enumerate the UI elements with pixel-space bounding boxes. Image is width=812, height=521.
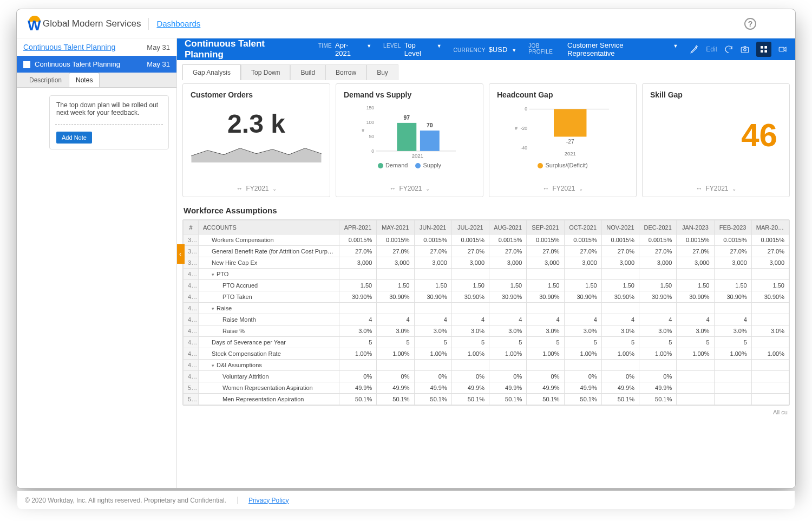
- svg-rect-0: [741, 47, 749, 53]
- refresh-icon[interactable]: [724, 44, 734, 54]
- note-box: The top down plan will be rolled out nex…: [49, 95, 169, 149]
- table-row[interactable]: 38General Benefit Rate (for Attrition Co…: [184, 246, 789, 257]
- table-row[interactable]: 39New Hire Cap Ex3,0003,0003,0003,0003,0…: [184, 257, 789, 269]
- pencil-icon[interactable]: [690, 44, 699, 54]
- truncated-label: All cu: [185, 409, 788, 415]
- svg-rect-6: [779, 47, 784, 51]
- note-text: The top down plan will be rolled out nex…: [56, 101, 162, 116]
- sidebar-title[interactable]: Continuous Talent Planning: [23, 43, 115, 51]
- top-bar: W Global Modern Services Dashboards ?: [17, 9, 795, 38]
- chevron-down-icon[interactable]: ⌄: [272, 186, 277, 192]
- svg-point-1: [744, 49, 746, 51]
- table-row[interactable]: 51Men Representation Aspiration50.1%50.1…: [184, 394, 789, 405]
- table-row[interactable]: 40▾PTO: [184, 269, 789, 280]
- svg-rect-3: [764, 46, 767, 49]
- svg-marker-7: [192, 148, 322, 162]
- svg-text:2021: 2021: [411, 153, 423, 159]
- table-row[interactable]: 49Voluntary Attrition0%0%0%0%0%0%0%0%0%: [184, 371, 789, 382]
- svg-rect-24: [553, 109, 586, 136]
- video-icon[interactable]: [778, 44, 788, 54]
- headcount-gap-chart: 0-20-40 # -27 2021: [509, 103, 617, 160]
- workday-logo-icon: W: [27, 16, 43, 32]
- checkbox-icon[interactable]: [23, 61, 30, 68]
- skill-gap-value: 46: [650, 116, 782, 154]
- swap-icon: ↔: [236, 185, 243, 192]
- help-icon[interactable]: ?: [744, 18, 756, 30]
- user-avatar[interactable]: [768, 15, 785, 32]
- card-demand-vs-supply: Demand vs Supply 150100500 # 97: [336, 83, 483, 197]
- svg-rect-14: [397, 123, 416, 151]
- demand-supply-chart: 150100500 # 97 70 2021: [356, 103, 464, 160]
- table-row[interactable]: 47Stock Compensation Rate1.00%1.00%1.00%…: [184, 348, 789, 360]
- divider: [148, 18, 149, 30]
- svg-text:0: 0: [371, 148, 374, 154]
- camera-icon[interactable]: [740, 44, 750, 54]
- subtab-build[interactable]: Build: [290, 64, 325, 80]
- svg-text:150: 150: [366, 105, 374, 110]
- svg-text:70: 70: [427, 122, 433, 128]
- sidebar: Continuous Talent Planning May 31 Contin…: [17, 38, 177, 488]
- sub-tabs: Gap AnalysisTop DownBuildBorrowBuy: [182, 64, 793, 80]
- sidebar-tabs: Description Notes: [17, 73, 176, 88]
- svg-rect-2: [761, 46, 763, 49]
- svg-text:-20: -20: [520, 126, 527, 131]
- edit-label[interactable]: Edit: [706, 45, 717, 53]
- selector-level[interactable]: LEVELTop Level▼: [383, 41, 442, 57]
- svg-text:-40: -40: [520, 145, 527, 151]
- sparkline: [191, 141, 322, 162]
- table-row[interactable]: 43▾Raise: [184, 303, 789, 314]
- table-row[interactable]: 44Raise Month44444444444: [184, 314, 789, 325]
- section-workforce-assumptions: Workforce Assumptions: [184, 206, 789, 215]
- sidebar-date: May 31: [147, 43, 170, 51]
- selector-currency[interactable]: CURRENCY$USD▼: [454, 45, 517, 54]
- table-row[interactable]: 41PTO Accrued1.501.501.501.501.501.501.5…: [184, 280, 789, 291]
- svg-text:50: 50: [369, 134, 374, 139]
- card-skill-gap: Skill Gap 46 ↔FY2021⌄: [642, 83, 790, 197]
- svg-rect-4: [761, 50, 763, 53]
- privacy-policy-link[interactable]: Privacy Policy: [237, 497, 289, 504]
- note-author-avatar: [24, 95, 44, 115]
- subtab-buy[interactable]: Buy: [366, 64, 398, 80]
- svg-text:97: 97: [403, 115, 410, 121]
- svg-text:#: #: [515, 126, 518, 131]
- table-row[interactable]: 50Women Representation Aspiration49.9%49…: [184, 382, 789, 394]
- collapse-sidebar-handle[interactable]: ‹: [177, 244, 185, 264]
- svg-text:2021: 2021: [564, 151, 575, 157]
- subtab-gap-analysis[interactable]: Gap Analysis: [182, 64, 241, 80]
- svg-text:100: 100: [366, 120, 374, 125]
- table-row[interactable]: 46Days of Severance per Year55555555555: [184, 337, 789, 348]
- selector-job profile[interactable]: JOB PROFILECustomer Service Representati…: [528, 41, 678, 57]
- context-bar: Continuous Talent Planning TIMEApr-2021▼…: [177, 38, 795, 60]
- table-row[interactable]: 45Raise %3.0%3.0%3.0%3.0%3.0%3.0%3.0%3.0…: [184, 325, 789, 337]
- breadcrumb-dashboards[interactable]: Dashboards: [156, 19, 200, 28]
- card-customer-orders: Customer Orders 2.3 k ↔FY2021⌄: [182, 83, 330, 197]
- table-row[interactable]: 37Workers Compensation0.0015%0.0015%0.00…: [184, 235, 789, 246]
- selector-time[interactable]: TIMEApr-2021▼: [318, 41, 371, 57]
- add-note-button[interactable]: Add Note: [56, 132, 92, 144]
- tenant-name: Global Modern Services: [43, 18, 141, 29]
- svg-text:-27: -27: [566, 139, 574, 145]
- subtab-top-down[interactable]: Top Down: [241, 64, 290, 80]
- svg-rect-16: [420, 131, 439, 151]
- svg-rect-5: [764, 50, 767, 53]
- tab-notes[interactable]: Notes: [69, 73, 100, 87]
- logo[interactable]: W: [27, 16, 43, 32]
- grid-view-button[interactable]: [756, 42, 771, 57]
- subtab-borrow[interactable]: Borrow: [325, 64, 366, 80]
- tab-description[interactable]: Description: [22, 73, 69, 87]
- customer-orders-value: 2.3 k: [191, 109, 322, 139]
- assumptions-table[interactable]: #ACCOUNTSAPR-2021MAY-2021JUN-2021JUL-202…: [182, 219, 790, 406]
- table-row[interactable]: 42PTO Taken30.90%30.90%30.90%30.90%30.90…: [184, 291, 789, 303]
- footer: © 2020 Workday, Inc. All rights reserved…: [17, 491, 795, 509]
- svg-text:0: 0: [525, 106, 527, 112]
- svg-text:#: #: [362, 128, 364, 133]
- table-row[interactable]: 48▾D&I Assumptions: [184, 360, 789, 371]
- sidebar-item-plan[interactable]: Continuous Talent Planning May 31: [17, 56, 176, 73]
- card-headcount-gap: Headcount Gap 0-20-40 # -27 2021: [489, 83, 637, 197]
- page-title: Continuous Talent Planning: [185, 38, 302, 60]
